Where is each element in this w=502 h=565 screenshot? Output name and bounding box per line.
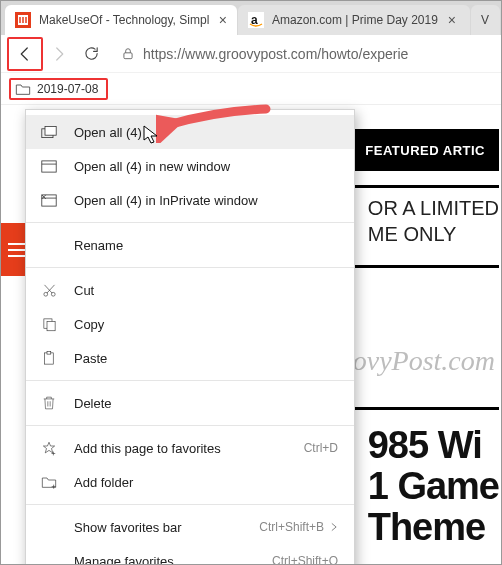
tab-title: Amazon.com | Prime Day 2019	[272, 13, 438, 27]
inprivate-icon	[40, 191, 58, 209]
tab-title: MakeUseOf - Technology, Simpli	[39, 13, 209, 27]
svg-rect-5	[45, 126, 56, 135]
lock-icon	[121, 47, 135, 61]
shortcut: Ctrl+D	[304, 441, 338, 455]
shortcut: Ctrl+Shift+O	[272, 554, 338, 565]
folder-icon	[15, 82, 31, 96]
promo-text: OR A LIMITED ME ONLY	[368, 195, 499, 247]
ctx-paste[interactable]: Paste	[26, 341, 354, 375]
highlight-back-button	[7, 37, 43, 71]
tab-makeuseof[interactable]: MakeUseOf - Technology, Simpli ×	[5, 5, 237, 35]
folder-label: 2019-07-08	[37, 82, 98, 96]
close-icon[interactable]: ×	[219, 12, 227, 28]
svg-rect-11	[47, 321, 55, 330]
copy-icon	[40, 315, 58, 333]
separator	[26, 504, 354, 505]
browser-toolbar: https://www.groovypost.com/howto/experie	[1, 35, 501, 73]
svg-rect-13	[47, 351, 51, 354]
chevron-right-icon	[330, 522, 338, 532]
separator	[26, 425, 354, 426]
favorites-folder[interactable]: 2019-07-08	[9, 78, 108, 100]
paste-icon	[40, 349, 58, 367]
ctx-open-all-new-window[interactable]: Open all (4) in new window	[26, 149, 354, 183]
favorites-bar: 2019-07-08	[1, 73, 501, 105]
ctx-delete[interactable]: Delete	[26, 386, 354, 420]
ctx-cut[interactable]: Cut	[26, 273, 354, 307]
back-button[interactable]	[9, 38, 41, 70]
tab-title: V	[481, 13, 489, 27]
star-plus-icon	[40, 439, 58, 457]
ctx-open-all-inprivate[interactable]: Open all (4) in InPrivate window	[26, 183, 354, 217]
svg-rect-3	[124, 52, 132, 58]
forward-button[interactable]	[43, 38, 75, 70]
delete-icon	[40, 394, 58, 412]
ctx-rename[interactable]: Rename	[26, 228, 354, 262]
cut-icon	[40, 281, 58, 299]
ctx-show-favorites-bar[interactable]: Show favorites bar Ctrl+Shift+B	[26, 510, 354, 544]
separator	[26, 267, 354, 268]
article-title: 985 Wi 1 Game Theme	[368, 425, 499, 548]
favicon-amazon: a	[248, 12, 264, 28]
ctx-open-all[interactable]: Open all (4)	[26, 115, 354, 149]
svg-rect-6	[42, 160, 56, 171]
tab-next[interactable]: V	[471, 5, 500, 35]
shortcut: Ctrl+Shift+B	[259, 520, 324, 534]
address-bar[interactable]: https://www.groovypost.com/howto/experie	[113, 38, 495, 70]
featured-heading: FEATURED ARTIC	[351, 129, 499, 171]
svg-rect-12	[44, 352, 53, 363]
refresh-button[interactable]	[75, 38, 107, 70]
tabs-icon	[40, 123, 58, 141]
ctx-copy[interactable]: Copy	[26, 307, 354, 341]
ctx-add-folder[interactable]: Add folder	[26, 465, 354, 499]
close-icon[interactable]: ×	[448, 12, 456, 28]
ctx-add-page-favorites[interactable]: Add this page to favorites Ctrl+D	[26, 431, 354, 465]
tab-amazon[interactable]: a Amazon.com | Prime Day 2019 ×	[238, 5, 470, 35]
context-menu: Open all (4) Open all (4) in new window …	[25, 109, 355, 565]
ctx-manage-favorites[interactable]: Manage favorites Ctrl+Shift+O	[26, 544, 354, 565]
separator	[26, 222, 354, 223]
separator	[26, 380, 354, 381]
window-icon	[40, 157, 58, 175]
tab-strip: MakeUseOf - Technology, Simpli × a Amazo…	[1, 1, 501, 35]
folder-plus-icon	[40, 473, 58, 491]
url-text: https://www.groovypost.com/howto/experie	[143, 46, 408, 62]
favicon-muo	[15, 12, 31, 28]
